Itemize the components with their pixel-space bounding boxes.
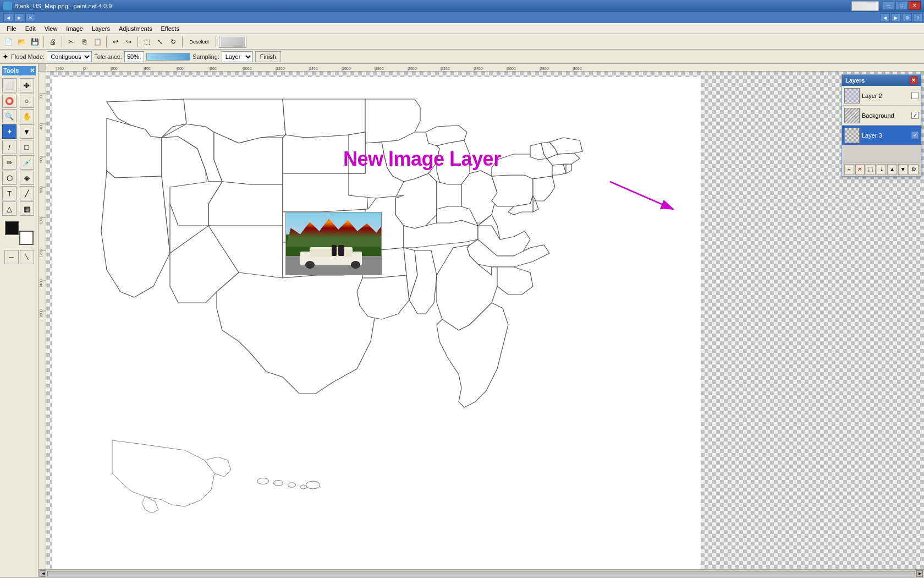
svg-text:800: 800 — [210, 67, 217, 70]
sampling-label: Sampling: — [193, 53, 219, 60]
background-layer-visibility[interactable]: ✓ — [911, 112, 919, 119]
options-bar: ✦ Flood Mode: Contiguous Global Toleranc… — [0, 50, 924, 64]
scroll-right-arrow[interactable]: ▶ — [916, 570, 923, 577]
save-button[interactable]: 💾 — [29, 36, 41, 48]
flood-mode-select[interactable]: Contiguous Global — [47, 51, 92, 62]
layer-2-item[interactable]: Layer 2 — [842, 86, 921, 106]
layer-3-item[interactable]: Layer 3 ✓ — [842, 126, 921, 145]
restore-button[interactable]: □ — [895, 1, 908, 10]
gradient-tool[interactable]: ▦ — [20, 201, 34, 216]
recolor-tool[interactable]: ◈ — [20, 171, 34, 185]
flood-mode-label: Flood Mode: — [11, 53, 45, 60]
ellipse-select-tool[interactable]: ○ — [20, 94, 34, 108]
menu-edit[interactable]: Edit — [21, 24, 40, 33]
svg-text:1200: 1200 — [276, 67, 285, 70]
layers-duplicate-button[interactable]: ⬚ — [866, 164, 876, 175]
sys-icon-4[interactable]: ? — [913, 13, 923, 22]
deselect-button[interactable]: Deselect — [185, 36, 213, 48]
menu-adjustments[interactable]: Adjustments — [114, 24, 157, 33]
paintbrush-tool[interactable]: / — [2, 140, 16, 154]
color-picker-tool[interactable]: 💉 — [20, 155, 34, 170]
pan-tool[interactable]: ✋ — [20, 109, 34, 123]
svg-point-56 — [306, 481, 320, 489]
svg-text:2600: 2600 — [507, 67, 516, 70]
eraser-tool[interactable]: □ — [20, 140, 34, 154]
nav-icon-2[interactable]: ▶ — [14, 13, 24, 22]
rotate-button[interactable]: ↻ — [167, 36, 179, 48]
lasso-select-tool[interactable]: ⭕ — [2, 94, 16, 108]
menu-effects[interactable]: Effects — [157, 24, 184, 33]
resize-button[interactable]: ⤡ — [154, 36, 166, 48]
tolerance-input[interactable] — [124, 51, 144, 62]
svg-text:3000: 3000 — [573, 67, 582, 70]
sampling-select[interactable]: Layer Image — [222, 51, 253, 62]
layers-merge-button[interactable]: ⤓ — [877, 164, 887, 175]
layer-2-name: Layer 2 — [862, 92, 909, 99]
line-tool[interactable]: ╱ — [20, 186, 34, 200]
scroll-thumb-h[interactable] — [47, 571, 915, 576]
finish-button[interactable]: Finish — [255, 51, 281, 62]
print-button[interactable]: 🖨 — [47, 36, 59, 48]
magic-wand-tool[interactable]: ✦ — [2, 124, 16, 139]
foreground-color[interactable] — [5, 221, 19, 235]
svg-text:0: 0 — [84, 67, 86, 70]
pencil-tool[interactable]: ✏ — [2, 155, 16, 170]
layer-3-visibility[interactable]: ✓ — [911, 132, 919, 139]
menu-file[interactable]: File — [2, 24, 21, 33]
nav-icon-1[interactable]: ◀ — [3, 13, 13, 22]
layers-panel-close-icon[interactable]: ✕ — [910, 77, 917, 84]
paste-button[interactable]: 📋 — [91, 36, 103, 48]
menu-image[interactable]: Image — [62, 24, 87, 33]
rectangle-select-tool[interactable]: ⬜ — [2, 78, 16, 92]
line-style-2[interactable]: ╲ — [20, 250, 34, 264]
zoom-tool[interactable]: 🔍 — [2, 109, 16, 123]
svg-text:1400: 1400 — [39, 279, 43, 288]
svg-text:200: 200 — [39, 93, 43, 100]
photo-on-map — [285, 212, 382, 275]
crop-button[interactable]: ⬚ — [141, 36, 153, 48]
svg-point-52 — [257, 478, 269, 484]
svg-text:1400: 1400 — [309, 67, 318, 70]
sys-icon-1[interactable]: ◀ — [880, 13, 890, 22]
clone-stamp-tool[interactable]: ⬡ — [2, 171, 16, 185]
layers-delete-button[interactable]: ✕ — [855, 164, 865, 175]
svg-text:1000: 1000 — [39, 216, 43, 225]
ruler-corner — [38, 64, 46, 72]
scroll-left-arrow[interactable]: ◀ — [40, 570, 46, 577]
sys-icon-3[interactable]: ⚙ — [902, 13, 912, 22]
sys-icon-2[interactable]: ▶ — [891, 13, 901, 22]
layers-properties-button[interactable]: ⚙ — [909, 164, 919, 175]
minimize-button[interactable]: ─ — [882, 1, 894, 10]
layer-2-visibility[interactable] — [911, 92, 919, 99]
open-button[interactable]: 📂 — [15, 36, 28, 48]
close-button[interactable]: ✕ — [909, 1, 921, 10]
background-color[interactable] — [19, 231, 34, 245]
layers-move-down-button[interactable]: ▼ — [898, 164, 908, 175]
layers-add-button[interactable]: + — [844, 164, 854, 175]
titlebar: Blank_US_Map.png - paint.net 4.0.9 ─ □ ✕ — [0, 0, 924, 12]
canvas-area[interactable]: New Image Layer — [46, 72, 924, 569]
cut-button[interactable]: ✂ — [65, 36, 77, 48]
text-tool[interactable]: T — [2, 186, 16, 200]
svg-rect-35 — [38, 72, 46, 567]
ruler-left: 200 400 600 800 1000 1200 1400 1600 — [38, 72, 46, 569]
layers-move-up-button[interactable]: ▲ — [887, 164, 897, 175]
scrollbar-horizontal[interactable]: ◀ ▶ — [38, 569, 924, 577]
svg-point-53 — [274, 481, 283, 486]
undo-button[interactable]: ↩ — [109, 36, 122, 48]
paint-bucket-tool[interactable]: ▼ — [20, 124, 34, 139]
tools-close-icon[interactable]: ✕ — [30, 67, 35, 74]
copy-button[interactable]: ⎘ — [78, 36, 90, 48]
background-layer-item[interactable]: Background ✓ — [842, 106, 921, 126]
move-tool[interactable]: ✥ — [20, 78, 34, 92]
shapes-tool[interactable]: △ — [2, 201, 16, 216]
tolerance-bar[interactable] — [146, 53, 190, 61]
line-style-1[interactable]: — — [4, 250, 19, 264]
menu-layers[interactable]: Layers — [87, 24, 114, 33]
new-button[interactable]: 📄 — [2, 36, 14, 48]
canvas-with-rulers: 200 400 600 800 1000 1200 1400 1600 — [38, 72, 924, 569]
menu-view[interactable]: View — [40, 24, 62, 33]
redo-button[interactable]: ↪ — [123, 36, 135, 48]
canvas[interactable]: New Image Layer — [52, 77, 701, 569]
nav-icon-3[interactable]: ✕ — [25, 13, 35, 22]
